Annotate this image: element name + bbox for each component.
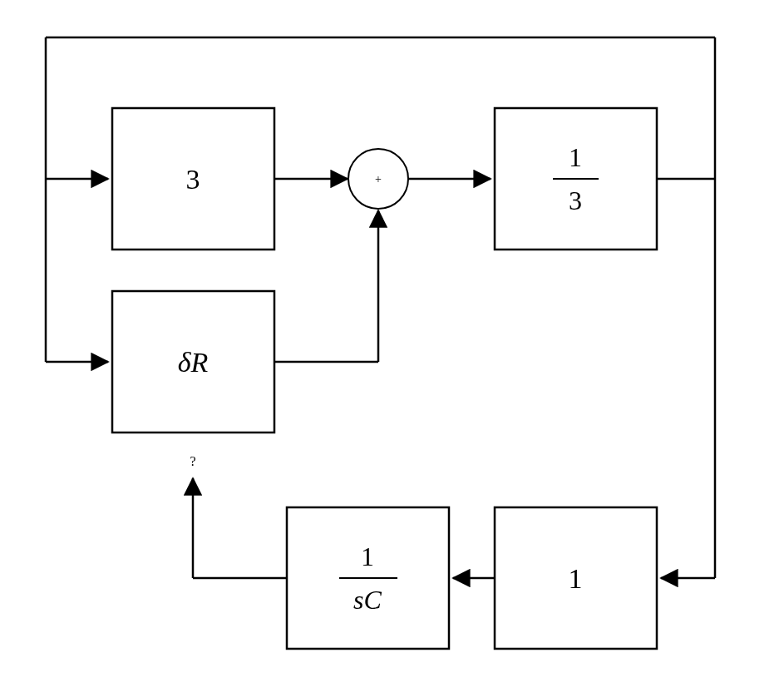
block-frac13-num: 1 — [569, 142, 582, 172]
block-gain1-label: 1 — [569, 563, 583, 594]
block-deltaR-label: δR — [178, 347, 209, 378]
block-diagram: 3 δR + 1 3 1 1 sC ? — [0, 0, 784, 697]
annotation-question-mark: ? — [190, 454, 195, 468]
block-frac13-den: 3 — [569, 185, 582, 215]
block-frac1sC-num: 1 — [361, 541, 374, 571]
block-gain3-label: 3 — [186, 164, 200, 195]
block-frac1sC-den: sC — [353, 585, 382, 615]
summing-junction-plus: + — [375, 173, 382, 185]
